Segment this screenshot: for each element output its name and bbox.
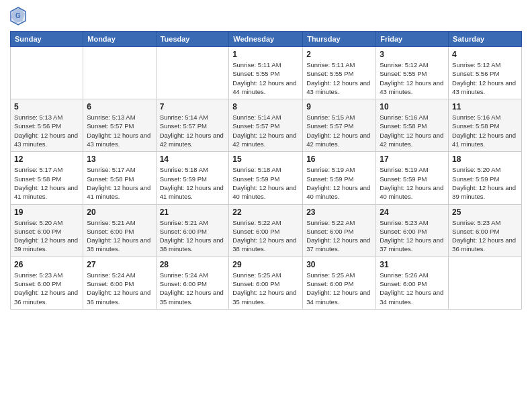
- page: G SundayMondayTuesdayWednesdayThursdayFr…: [0, 0, 532, 411]
- logo: G: [10, 7, 29, 26]
- day-number: 10: [380, 102, 445, 111]
- day-info: Sunrise: 5:24 AMSunset: 6:00 PMDaylight:…: [160, 271, 226, 306]
- day-number: 14: [160, 154, 226, 164]
- day-cell: 12Sunrise: 5:17 AMSunset: 5:58 PMDayligh…: [11, 152, 83, 204]
- day-info: Sunrise: 5:25 AMSunset: 6:00 PMDaylight:…: [232, 271, 299, 306]
- day-number: 18: [452, 154, 518, 164]
- day-info: Sunrise: 5:17 AMSunset: 5:58 PMDaylight:…: [87, 165, 152, 201]
- day-info: Sunrise: 5:22 AMSunset: 6:00 PMDaylight:…: [232, 218, 299, 254]
- day-number: 25: [452, 208, 518, 217]
- day-number: 1: [232, 50, 299, 59]
- day-cell: 23Sunrise: 5:22 AMSunset: 6:00 PMDayligh…: [303, 204, 376, 257]
- day-info: Sunrise: 5:16 AMSunset: 5:58 PMDaylight:…: [452, 113, 518, 148]
- day-number: 5: [14, 102, 79, 111]
- header-row: SundayMondayTuesdayWednesdayThursdayFrid…: [11, 32, 522, 47]
- day-info: Sunrise: 5:21 AMSunset: 6:00 PMDaylight:…: [160, 218, 226, 254]
- day-number: 2: [306, 50, 372, 59]
- day-cell: [449, 257, 522, 309]
- day-info: Sunrise: 5:23 AMSunset: 6:00 PMDaylight:…: [380, 218, 445, 254]
- day-cell: [83, 47, 156, 99]
- day-info: Sunrise: 5:14 AMSunset: 5:57 PMDaylight:…: [160, 113, 226, 148]
- day-cell: 3Sunrise: 5:12 AMSunset: 5:55 PMDaylight…: [376, 47, 449, 99]
- day-number: 15: [232, 154, 299, 164]
- day-cell: 13Sunrise: 5:17 AMSunset: 5:58 PMDayligh…: [83, 152, 156, 204]
- day-header-friday: Friday: [376, 32, 449, 47]
- day-cell: 9Sunrise: 5:15 AMSunset: 5:57 PMDaylight…: [303, 99, 376, 152]
- day-cell: 8Sunrise: 5:14 AMSunset: 5:57 PMDaylight…: [229, 99, 303, 152]
- day-cell: 20Sunrise: 5:21 AMSunset: 6:00 PMDayligh…: [83, 204, 156, 257]
- day-info: Sunrise: 5:13 AMSunset: 5:57 PMDaylight:…: [87, 113, 152, 148]
- day-cell: 2Sunrise: 5:11 AMSunset: 5:55 PMDaylight…: [303, 47, 376, 99]
- week-row-0: 1Sunrise: 5:11 AMSunset: 5:55 PMDaylight…: [11, 47, 522, 99]
- day-number: 23: [306, 208, 372, 217]
- day-cell: 25Sunrise: 5:23 AMSunset: 6:00 PMDayligh…: [449, 204, 522, 257]
- day-cell: 22Sunrise: 5:22 AMSunset: 6:00 PMDayligh…: [229, 204, 303, 257]
- calendar-header: SundayMondayTuesdayWednesdayThursdayFrid…: [11, 32, 522, 47]
- day-cell: 11Sunrise: 5:16 AMSunset: 5:58 PMDayligh…: [449, 99, 522, 152]
- day-info: Sunrise: 5:22 AMSunset: 6:00 PMDaylight:…: [306, 218, 372, 254]
- day-info: Sunrise: 5:17 AMSunset: 5:58 PMDaylight:…: [14, 165, 79, 201]
- day-number: 31: [380, 260, 445, 269]
- day-info: Sunrise: 5:19 AMSunset: 5:59 PMDaylight:…: [306, 165, 372, 201]
- day-number: 24: [380, 208, 445, 217]
- day-number: 7: [160, 102, 226, 111]
- day-info: Sunrise: 5:13 AMSunset: 5:56 PMDaylight:…: [14, 113, 79, 148]
- day-cell: 10Sunrise: 5:16 AMSunset: 5:58 PMDayligh…: [376, 99, 449, 152]
- day-info: Sunrise: 5:12 AMSunset: 5:56 PMDaylight:…: [452, 60, 518, 96]
- day-number: 20: [87, 208, 152, 217]
- day-header-monday: Monday: [83, 32, 156, 47]
- day-cell: 27Sunrise: 5:24 AMSunset: 6:00 PMDayligh…: [83, 257, 156, 309]
- day-number: 3: [380, 50, 445, 59]
- day-number: 27: [87, 260, 152, 269]
- day-number: 21: [160, 208, 226, 217]
- day-info: Sunrise: 5:12 AMSunset: 5:55 PMDaylight:…: [380, 60, 445, 96]
- week-row-1: 5Sunrise: 5:13 AMSunset: 5:56 PMDaylight…: [11, 99, 522, 152]
- day-header-saturday: Saturday: [449, 32, 522, 47]
- day-number: 4: [452, 50, 518, 59]
- day-cell: 24Sunrise: 5:23 AMSunset: 6:00 PMDayligh…: [376, 204, 449, 257]
- day-header-sunday: Sunday: [11, 32, 83, 47]
- day-cell: 1Sunrise: 5:11 AMSunset: 5:55 PMDaylight…: [229, 47, 303, 99]
- day-info: Sunrise: 5:23 AMSunset: 6:00 PMDaylight:…: [14, 271, 79, 306]
- day-info: Sunrise: 5:18 AMSunset: 5:59 PMDaylight:…: [232, 165, 299, 201]
- day-number: 30: [306, 260, 372, 269]
- day-number: 6: [87, 102, 152, 111]
- day-number: 9: [306, 102, 372, 111]
- day-number: 22: [232, 208, 299, 217]
- day-info: Sunrise: 5:23 AMSunset: 6:00 PMDaylight:…: [452, 218, 518, 254]
- day-info: Sunrise: 5:11 AMSunset: 5:55 PMDaylight:…: [232, 60, 299, 96]
- day-number: 17: [380, 154, 445, 164]
- day-cell: 5Sunrise: 5:13 AMSunset: 5:56 PMDaylight…: [11, 99, 83, 152]
- day-header-wednesday: Wednesday: [229, 32, 303, 47]
- day-info: Sunrise: 5:16 AMSunset: 5:58 PMDaylight:…: [380, 113, 445, 148]
- day-cell: 17Sunrise: 5:19 AMSunset: 5:59 PMDayligh…: [376, 152, 449, 204]
- day-number: 26: [14, 260, 79, 269]
- day-cell: 19Sunrise: 5:20 AMSunset: 6:00 PMDayligh…: [11, 204, 83, 257]
- calendar-body: 1Sunrise: 5:11 AMSunset: 5:55 PMDaylight…: [11, 47, 522, 310]
- day-number: 8: [232, 102, 299, 111]
- day-number: 28: [160, 260, 226, 269]
- day-number: 19: [14, 208, 79, 217]
- day-cell: 4Sunrise: 5:12 AMSunset: 5:56 PMDaylight…: [449, 47, 522, 99]
- day-cell: [156, 47, 229, 99]
- day-info: Sunrise: 5:25 AMSunset: 6:00 PMDaylight:…: [306, 271, 372, 306]
- day-cell: 30Sunrise: 5:25 AMSunset: 6:00 PMDayligh…: [303, 257, 376, 309]
- day-number: 29: [232, 260, 299, 269]
- logo-icon: G: [10, 7, 26, 26]
- header: G: [10, 7, 522, 26]
- day-cell: 26Sunrise: 5:23 AMSunset: 6:00 PMDayligh…: [11, 257, 83, 309]
- day-number: 12: [14, 154, 79, 164]
- day-cell: [11, 47, 83, 99]
- day-cell: 29Sunrise: 5:25 AMSunset: 6:00 PMDayligh…: [229, 257, 303, 309]
- day-info: Sunrise: 5:19 AMSunset: 5:59 PMDaylight:…: [380, 165, 445, 201]
- day-cell: 7Sunrise: 5:14 AMSunset: 5:57 PMDaylight…: [156, 99, 229, 152]
- week-row-3: 19Sunrise: 5:20 AMSunset: 6:00 PMDayligh…: [11, 204, 522, 257]
- day-info: Sunrise: 5:20 AMSunset: 5:59 PMDaylight:…: [452, 165, 518, 201]
- day-number: 13: [87, 154, 152, 164]
- day-cell: 28Sunrise: 5:24 AMSunset: 6:00 PMDayligh…: [156, 257, 229, 309]
- day-info: Sunrise: 5:15 AMSunset: 5:57 PMDaylight:…: [306, 113, 372, 148]
- day-info: Sunrise: 5:24 AMSunset: 6:00 PMDaylight:…: [87, 271, 152, 306]
- day-info: Sunrise: 5:11 AMSunset: 5:55 PMDaylight:…: [306, 60, 372, 96]
- day-info: Sunrise: 5:21 AMSunset: 6:00 PMDaylight:…: [87, 218, 152, 254]
- day-cell: 18Sunrise: 5:20 AMSunset: 5:59 PMDayligh…: [449, 152, 522, 204]
